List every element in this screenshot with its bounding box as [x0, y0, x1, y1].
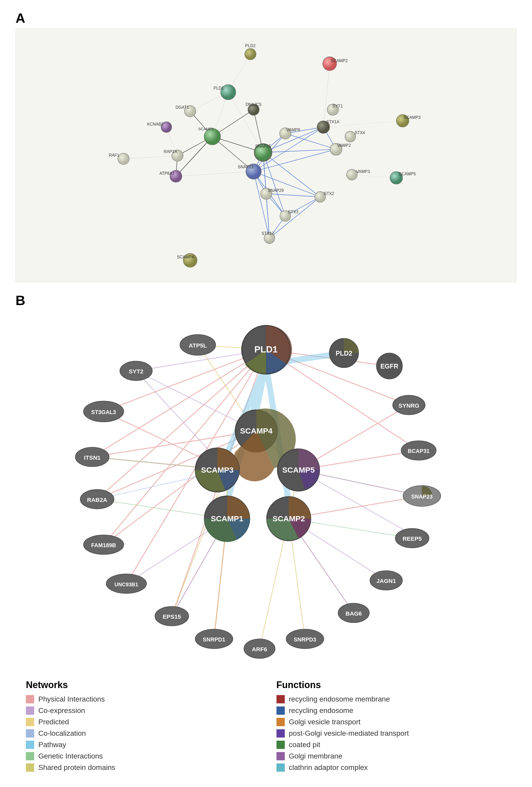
- svg-text:SYNRG: SYNRG: [398, 402, 419, 409]
- svg-text:SYT1: SYT1: [332, 104, 343, 108]
- page-container: A: [0, 0, 532, 787]
- functions-title: Functions: [276, 680, 506, 690]
- svg-text:STX1A: STX1A: [327, 120, 340, 124]
- coexpression-label: Co-expression: [38, 706, 85, 715]
- svg-text:SCAMP3: SCAMP3: [201, 466, 234, 474]
- legend-clathrin-adaptor-complex: clathrin adaptor complex: [276, 763, 506, 772]
- svg-text:SCAMP1: SCAMP1: [198, 127, 214, 131]
- golgi-membrane-color: [276, 752, 285, 760]
- legend-pathway: Pathway: [26, 741, 256, 749]
- svg-text:SCAMP4: SCAMP4: [240, 427, 273, 435]
- legend-colocalization: Co-localization: [26, 729, 256, 738]
- svg-text:EPS15: EPS15: [163, 614, 181, 620]
- svg-text:PLD2: PLD2: [245, 43, 256, 48]
- legend-predicted: Predicted: [26, 718, 256, 726]
- functions-legend: Functions recycling endosome membrane re…: [276, 680, 506, 775]
- svg-text:SNAP23: SNAP23: [411, 494, 433, 500]
- svg-text:SCAMP3: SCAMP3: [404, 115, 421, 120]
- legend-recycling-endosome: recycling endosome: [276, 706, 506, 715]
- network-a-svg: PLD2 SCAMP2 PLD1 DGAT1 KCNAB2 DNAJC5 SYT…: [16, 29, 516, 282]
- network-b-svg: PLD1 SCAMP4 SCAMP3 SCAMP5: [16, 311, 516, 668]
- legend-shared-protein-domains: Shared protein domains: [26, 763, 256, 772]
- legend-recycling-endosome-membrane: recycling endosome membrane: [276, 695, 506, 703]
- coexpression-color: [26, 706, 34, 715]
- svg-text:RAB2A: RAB2A: [87, 497, 107, 503]
- recycling-endosome-color: [276, 706, 285, 715]
- golgi-membrane-label: Golgi membrane: [289, 752, 342, 760]
- svg-text:BCAP31: BCAP31: [408, 448, 429, 454]
- legend-container: Networks Physical Interactions Co-expres…: [16, 674, 516, 780]
- svg-text:SCAMP5: SCAMP5: [399, 172, 416, 176]
- legend-coexpression: Co-expression: [26, 706, 256, 715]
- coated-pit-color: [276, 741, 285, 749]
- shared-protein-domains-label: Shared protein domains: [38, 763, 115, 772]
- svg-text:SNAP23: SNAP23: [238, 165, 253, 169]
- svg-text:SNRPD3: SNRPD3: [294, 637, 316, 643]
- svg-text:JAGN1: JAGN1: [376, 578, 396, 584]
- panel-b: B: [16, 293, 516, 780]
- svg-text:DNAJC5: DNAJC5: [246, 102, 262, 107]
- svg-text:ARF6: ARF6: [252, 646, 267, 653]
- legend-physical-interactions: Physical Interactions: [26, 695, 256, 703]
- svg-point-61: [118, 153, 129, 165]
- physical-interactions-color: [26, 695, 34, 703]
- svg-text:PLD1: PLD1: [254, 344, 278, 354]
- svg-text:SYT2: SYT2: [129, 368, 143, 375]
- svg-text:SCAMP4: SCAMP4: [177, 255, 194, 259]
- svg-text:ST3GAL3: ST3GAL3: [91, 409, 116, 416]
- svg-text:VAMP8: VAMP8: [286, 128, 300, 132]
- svg-text:SCAMP1: SCAMP1: [211, 514, 243, 523]
- coated-pit-label: coated pit: [289, 741, 320, 749]
- svg-text:SNAP29: SNAP29: [268, 188, 284, 193]
- svg-text:SCAMP2: SCAMP2: [331, 59, 348, 63]
- clathrin-adaptor-complex-color: [276, 763, 285, 772]
- svg-text:STX17: STX17: [262, 231, 274, 236]
- svg-text:RAF1: RAF1: [109, 153, 119, 157]
- svg-text:SCAMP2: SCAMP2: [273, 514, 305, 523]
- svg-text:UNC93B1: UNC93B1: [114, 582, 138, 587]
- genetic-interactions-label: Genetic Interactions: [38, 752, 103, 760]
- golgi-vesicle-transport-color: [276, 718, 285, 726]
- svg-text:SCAMP5: SCAMP5: [282, 466, 314, 474]
- recycling-endosome-membrane-color: [276, 695, 285, 703]
- panel-a-network: PLD2 SCAMP2 PLD1 DGAT1 KCNAB2 DNAJC5 SYT…: [16, 28, 516, 282]
- colocalization-label: Co-localization: [38, 729, 86, 738]
- shared-protein-domains-color: [26, 763, 34, 772]
- legend-genetic-interactions: Genetic Interactions: [26, 752, 256, 760]
- recycling-endosome-label: recycling endosome: [289, 706, 353, 715]
- physical-interactions-label: Physical Interactions: [38, 695, 105, 703]
- svg-point-51: [245, 48, 256, 60]
- pathway-label: Pathway: [38, 741, 66, 749]
- clathrin-adaptor-complex-label: clathrin adaptor complex: [289, 763, 368, 772]
- panel-a-label: A: [16, 10, 516, 26]
- panel-b-label: B: [16, 293, 516, 308]
- legend-post-golgi-transport: post-Golgi vesicle-mediated transport: [276, 729, 506, 738]
- post-golgi-transport-label: post-Golgi vesicle-mediated transport: [289, 729, 409, 738]
- networks-legend: Networks Physical Interactions Co-expres…: [26, 680, 256, 775]
- genetic-interactions-color: [26, 752, 34, 760]
- pathway-color: [26, 741, 34, 749]
- predicted-label: Predicted: [38, 718, 69, 726]
- panel-a: A: [16, 10, 516, 282]
- svg-text:SNRPD1: SNRPD1: [203, 637, 225, 643]
- predicted-color: [26, 718, 34, 726]
- svg-point-67: [345, 131, 356, 142]
- svg-point-69: [347, 169, 357, 180]
- svg-text:EGFR: EGFR: [380, 363, 398, 370]
- legend-coated-pit: coated pit: [276, 741, 506, 749]
- svg-text:ITSN1: ITSN1: [84, 454, 101, 461]
- svg-text:ATP8A1: ATP8A1: [159, 171, 175, 175]
- svg-text:KCNAB2: KCNAB2: [147, 122, 163, 126]
- svg-text:FAM189B: FAM189B: [91, 542, 116, 549]
- svg-text:STX4: STX4: [355, 130, 365, 135]
- svg-text:PLD1: PLD1: [214, 86, 224, 90]
- legend-golgi-membrane: Golgi membrane: [276, 752, 506, 760]
- post-golgi-transport-color: [276, 729, 285, 738]
- svg-text:DGAT1: DGAT1: [176, 105, 189, 109]
- svg-text:BAG6: BAG6: [346, 610, 362, 617]
- svg-text:ATP5L: ATP5L: [189, 342, 207, 349]
- svg-text:SNAP25: SNAP25: [255, 144, 271, 148]
- svg-text:VAMP3: VAMP3: [356, 169, 370, 174]
- svg-line-101: [104, 350, 266, 411]
- recycling-endosome-membrane-label: recycling endosome membrane: [289, 695, 390, 703]
